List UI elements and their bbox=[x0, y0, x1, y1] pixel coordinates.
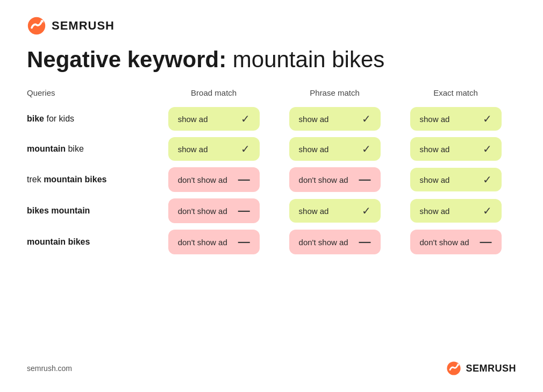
footer-logo-text: SEMRUSH bbox=[466, 363, 516, 374]
pill-label: show ad bbox=[178, 115, 208, 124]
footer-logo: SEMRUSH bbox=[446, 361, 516, 376]
pill-label: don't show ad bbox=[299, 238, 348, 247]
phrase-cell: show ad ✓ bbox=[274, 134, 395, 164]
page-title: Negative keyword: mountain bikes bbox=[27, 46, 516, 73]
pill-label: show ad bbox=[420, 175, 450, 184]
table-row: bike for kids show ad ✓ show ad ✓ show a… bbox=[27, 104, 516, 134]
status-pill: don't show ad — bbox=[168, 230, 260, 254]
dash-icon: — bbox=[238, 204, 250, 218]
checkmark-icon: ✓ bbox=[362, 204, 371, 217]
pill-label: show ad bbox=[420, 145, 450, 154]
status-pill: don't show ad — bbox=[410, 230, 502, 254]
pill-label: don't show ad bbox=[178, 206, 227, 216]
broad-cell: don't show ad — bbox=[153, 164, 274, 195]
status-pill: show ad ✓ bbox=[410, 168, 502, 191]
status-pill: show ad ✓ bbox=[289, 107, 381, 131]
exact-cell: show ad ✓ bbox=[395, 104, 516, 134]
footer-logo-icon bbox=[446, 361, 461, 376]
col-header-exact: Exact match bbox=[395, 88, 516, 104]
checkmark-icon: ✓ bbox=[362, 142, 371, 155]
col-header-queries: Queries bbox=[27, 88, 153, 104]
exact-cell: show ad ✓ bbox=[395, 164, 516, 195]
pill-label: show ad bbox=[299, 145, 329, 154]
dash-icon: — bbox=[359, 235, 371, 249]
table-row: trek mountain bikes don't show ad — don'… bbox=[27, 164, 516, 195]
pill-label: show ad bbox=[299, 115, 329, 124]
checkmark-icon: ✓ bbox=[483, 204, 492, 217]
table-container: Queries Broad match Phrase match Exact m… bbox=[27, 88, 516, 350]
status-pill: don't show ad — bbox=[168, 167, 260, 192]
col-header-broad: Broad match bbox=[153, 88, 274, 104]
table-row: mountain bike show ad ✓ show ad ✓ show a… bbox=[27, 134, 516, 164]
pill-label: show ad bbox=[420, 115, 450, 124]
dash-icon: — bbox=[238, 235, 250, 249]
pill-label: show ad bbox=[420, 206, 450, 216]
checkmark-icon: ✓ bbox=[241, 142, 250, 155]
exact-cell: show ad ✓ bbox=[395, 134, 516, 164]
table-row: mountain bikes don't show ad — don't sho… bbox=[27, 226, 516, 258]
col-header-phrase: Phrase match bbox=[274, 88, 395, 104]
broad-cell: show ad ✓ bbox=[153, 104, 274, 134]
page: SEMRUSH Negative keyword: mountain bikes… bbox=[0, 0, 543, 392]
checkmark-icon: ✓ bbox=[241, 112, 250, 125]
broad-cell: show ad ✓ bbox=[153, 134, 274, 164]
query-cell: mountain bike bbox=[27, 134, 153, 164]
header: SEMRUSH bbox=[27, 16, 516, 35]
match-table: Queries Broad match Phrase match Exact m… bbox=[27, 88, 516, 258]
status-pill: show ad ✓ bbox=[410, 199, 502, 223]
exact-cell: show ad ✓ bbox=[395, 195, 516, 226]
broad-cell: don't show ad — bbox=[153, 195, 274, 226]
exact-cell: don't show ad — bbox=[395, 226, 516, 258]
table-row: bikes mountain don't show ad — show ad ✓… bbox=[27, 195, 516, 226]
status-pill: show ad ✓ bbox=[168, 137, 260, 161]
dash-icon: — bbox=[480, 235, 492, 249]
query-cell: bikes mountain bbox=[27, 195, 153, 226]
status-pill: show ad ✓ bbox=[289, 137, 381, 161]
phrase-cell: don't show ad — bbox=[274, 164, 395, 195]
status-pill: show ad ✓ bbox=[410, 137, 502, 161]
semrush-logo-icon bbox=[27, 16, 46, 35]
dash-icon: — bbox=[238, 173, 250, 187]
logo-text: SEMRUSH bbox=[52, 19, 115, 33]
dash-icon: — bbox=[359, 173, 371, 187]
pill-label: show ad bbox=[178, 145, 208, 154]
status-pill: show ad ✓ bbox=[168, 107, 260, 131]
query-cell: mountain bikes bbox=[27, 226, 153, 258]
checkmark-icon: ✓ bbox=[362, 112, 371, 125]
query-cell: bike for kids bbox=[27, 104, 153, 134]
title-bold: Negative keyword: bbox=[27, 47, 226, 72]
broad-cell: don't show ad — bbox=[153, 226, 274, 258]
status-pill: don't show ad — bbox=[168, 198, 260, 223]
phrase-cell: don't show ad — bbox=[274, 226, 395, 258]
footer: semrush.com SEMRUSH bbox=[27, 361, 516, 376]
status-pill: don't show ad — bbox=[289, 230, 381, 254]
pill-label: don't show ad bbox=[178, 175, 227, 184]
pill-label: show ad bbox=[299, 206, 329, 216]
pill-label: don't show ad bbox=[178, 238, 227, 247]
footer-url: semrush.com bbox=[27, 364, 72, 373]
phrase-cell: show ad ✓ bbox=[274, 104, 395, 134]
status-pill: show ad ✓ bbox=[289, 199, 381, 223]
phrase-cell: show ad ✓ bbox=[274, 195, 395, 226]
title-normal: mountain bikes bbox=[226, 47, 384, 72]
pill-label: don't show ad bbox=[420, 238, 469, 247]
pill-label: don't show ad bbox=[299, 175, 348, 184]
status-pill: don't show ad — bbox=[289, 167, 381, 192]
checkmark-icon: ✓ bbox=[483, 173, 492, 186]
status-pill: show ad ✓ bbox=[410, 107, 502, 131]
query-cell: trek mountain bikes bbox=[27, 164, 153, 195]
checkmark-icon: ✓ bbox=[483, 142, 492, 155]
checkmark-icon: ✓ bbox=[483, 112, 492, 125]
